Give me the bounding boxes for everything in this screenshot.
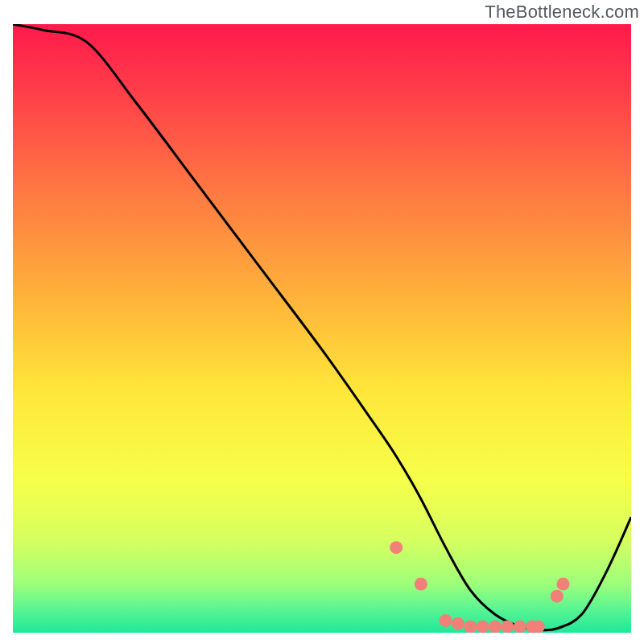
gradient-background [13,24,631,633]
marker-dot [514,620,526,633]
marker-dot [532,620,545,633]
marker-dot [440,614,452,627]
marker-dot [415,578,427,591]
marker-dot [557,578,570,591]
marker-dot [452,617,464,630]
marker-dot [464,620,477,633]
marker-dot [489,620,502,633]
plot-area [13,24,631,633]
watermark-text: TheBottleneck.com [485,2,639,23]
chart-svg [13,24,631,633]
chart-frame: TheBottleneck.com [0,0,644,644]
marker-dot [501,620,514,633]
marker-dot [390,541,402,554]
marker-dot [551,590,564,603]
marker-dot [477,620,489,633]
